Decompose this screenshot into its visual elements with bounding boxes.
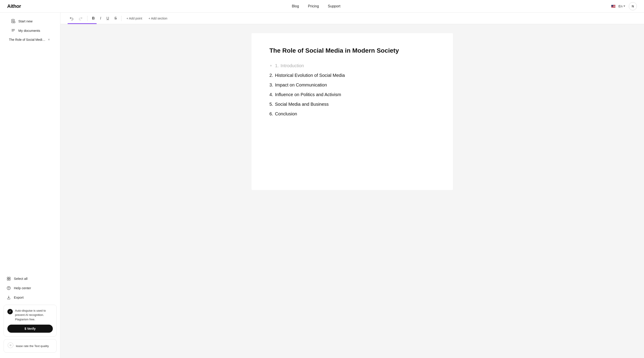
chevron-down-icon <box>624 6 625 7</box>
svg-rect-13 <box>9 279 10 280</box>
open-document-title: The Role of Social Media i... <box>9 38 46 42</box>
svg-rect-10 <box>7 277 8 278</box>
undo-button[interactable] <box>68 15 75 22</box>
section-item-6[interactable]: 6. Conclusion <box>270 109 435 119</box>
sidebar: Start new My documents The Role of Socia… <box>0 13 60 358</box>
section-item-1[interactable]: ✦ 1. Introduction <box>270 61 435 71</box>
start-new-button[interactable]: Start new <box>6 17 54 26</box>
help-center-button[interactable]: ? Help center <box>2 284 58 293</box>
add-point-button[interactable]: + Add point <box>124 15 144 22</box>
bold-button[interactable]: B <box>90 15 96 22</box>
toolbar-divider-1 <box>87 16 88 21</box>
sidebar-spacer <box>0 44 60 272</box>
section-number-3: 3. <box>270 82 273 88</box>
active-tab-bar <box>68 23 97 24</box>
user-avatar[interactable]: N <box>629 2 637 10</box>
info-card-text: Auto-disguise is used to prevent AI reco… <box>15 308 53 322</box>
section-label-2: Historical Evolution of Social Media <box>275 73 345 78</box>
lang-label: En <box>618 4 622 8</box>
rating-text: lease rate the Text quality <box>16 344 49 348</box>
start-new-icon <box>11 19 16 23</box>
section-number-2: 2. <box>270 73 273 78</box>
sidebar-bottom: Select all ? Help center <box>0 272 60 355</box>
redo-button[interactable] <box>77 15 84 22</box>
section-label-4: Influence on Politics and Activism <box>275 92 341 97</box>
open-document-entry[interactable]: The Role of Social Media i... × <box>4 35 56 44</box>
svg-text:?: ? <box>8 287 10 290</box>
info-card-header: ✓ Auto-disguise is used to prevent AI re… <box>8 308 53 322</box>
toolbar: B I U S + Add point + Add section <box>60 13 644 24</box>
sidebar-top: Start new My documents The Role of Socia… <box>0 16 60 44</box>
export-label: Export <box>14 295 24 299</box>
rating-card: lease rate the Text quality <box>4 339 56 353</box>
section-list: ✦ 1. Introduction 2. Historical Evolutio… <box>270 61 435 119</box>
select-all-button[interactable]: Select all <box>2 274 58 283</box>
info-card: ✓ Auto-disguise is used to prevent AI re… <box>4 305 56 337</box>
nav-pricing[interactable]: Pricing <box>308 4 319 8</box>
section-item-2[interactable]: 2. Historical Evolution of Social Media <box>270 71 435 80</box>
document-paper: The Role of Social Media in Modern Socie… <box>252 33 453 190</box>
section-label-5: Social Media and Business <box>275 102 329 107</box>
flag-icon <box>611 5 616 8</box>
section-item-5[interactable]: 5. Social Media and Business <box>270 99 435 109</box>
document-title: The Role of Social Media in Modern Socie… <box>270 47 435 55</box>
logo[interactable]: Aithor <box>7 3 21 9</box>
section-number-1: 1. <box>275 63 279 68</box>
help-icon: ? <box>6 286 11 290</box>
document-area: The Role of Social Media in Modern Socie… <box>60 24 644 358</box>
main-content: B I U S + Add point + Add section The Ro… <box>60 13 644 358</box>
section-item-3[interactable]: 3. Impact on Communication <box>270 80 435 90</box>
select-all-icon <box>6 276 11 281</box>
svg-point-17 <box>10 344 12 346</box>
svg-rect-11 <box>7 279 8 280</box>
add-section-button[interactable]: + Add section <box>146 15 170 22</box>
section-label-1: Introduction <box>280 63 304 68</box>
nav-support[interactable]: Support <box>328 4 340 8</box>
my-documents-button[interactable]: My documents <box>6 26 54 35</box>
header-right: En N <box>611 2 637 10</box>
section-number-6: 6. <box>270 111 273 116</box>
export-icon <box>6 295 11 300</box>
header: Aithor Blog Pricing Support En N <box>0 0 644 13</box>
section-label-6: Conclusion <box>275 111 297 116</box>
help-center-label: Help center <box>14 286 31 290</box>
my-documents-icon <box>11 28 16 33</box>
check-icon: ✓ <box>8 309 13 314</box>
rating-icon <box>8 342 14 350</box>
toolbar-divider-2 <box>121 16 122 21</box>
lang-selector[interactable]: En <box>611 4 625 8</box>
start-new-label: Start new <box>18 19 32 23</box>
close-document-icon[interactable]: × <box>46 37 51 42</box>
italic-button[interactable]: I <box>98 15 103 22</box>
strikethrough-button[interactable]: S <box>112 15 118 22</box>
main-nav: Blog Pricing Support <box>292 4 340 8</box>
section-number-5: 5. <box>270 102 273 107</box>
app-layout: Start new My documents The Role of Socia… <box>0 13 644 358</box>
my-documents-label: My documents <box>18 29 40 33</box>
magic-sparkle-icon: ✦ <box>270 64 272 68</box>
verify-button[interactable]: $ Verify <box>8 325 53 333</box>
svg-rect-12 <box>9 277 10 278</box>
underline-button[interactable]: U <box>105 15 111 22</box>
section-item-4[interactable]: 4. Influence on Politics and Activism <box>270 90 435 99</box>
select-all-label: Select all <box>14 277 28 280</box>
section-label-3: Impact on Communication <box>275 82 327 88</box>
nav-blog[interactable]: Blog <box>292 4 299 8</box>
section-number-4: 4. <box>270 92 273 97</box>
export-button[interactable]: Export <box>2 293 58 302</box>
